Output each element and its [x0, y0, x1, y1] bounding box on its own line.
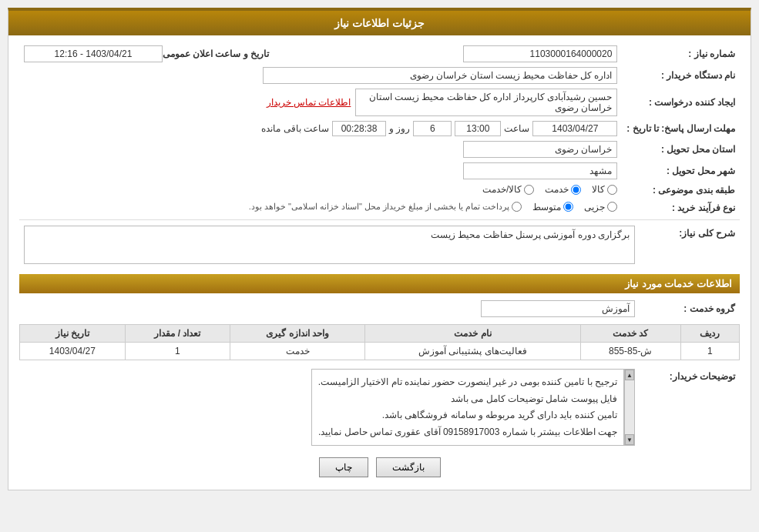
col-header-qty: تعداد / مقدار	[125, 325, 230, 343]
need-number-label: شماره نیاز :	[622, 43, 740, 65]
purchase-type-option-bond[interactable]: پرداخت تمام یا بخشی از مبلغ خریداز محل "…	[249, 202, 522, 212]
creator-label: ایجاد کننده درخواست :	[622, 86, 740, 119]
buyer-org-label: نام دستگاه خریدار :	[622, 65, 740, 86]
creator-name-field: حسین رشیدآبادی کارپرداز اداره کل حفاظت م…	[355, 89, 617, 116]
col-header-code: کد خدمت	[580, 325, 680, 343]
response-time-label: ساعت	[504, 123, 529, 134]
separator-1	[19, 219, 740, 220]
description-table: شرح کلی نیاز: برگزاری دوره آموزشی پرسنل …	[19, 223, 740, 266]
buyer-desc-line-2: فایل پیوست شامل توضیحات کامل می باشد	[318, 391, 617, 408]
category-radio-goods[interactable]	[607, 185, 617, 195]
category-goods-label: کالا	[592, 184, 605, 195]
buyer-desc-cell: ▲ ▼ ترجیح با تامین کننده بومی در غیر این…	[19, 366, 640, 448]
page-title: جزئیات اطلاعات نیاز	[8, 11, 751, 35]
response-day-label: روز و	[389, 123, 410, 134]
buttons-row: بازگشت چاپ	[19, 457, 740, 477]
buyer-org-field: اداره کل حفاظت محیط زیست استان خراسان رض…	[263, 67, 617, 84]
purchase-type-row: جزیی متوسط پرداخت تمام یا بخشی از مبلغ خ…	[19, 199, 622, 217]
col-header-date: تاریخ نیاز	[20, 325, 126, 343]
category-option-goods[interactable]: کالا	[592, 184, 617, 195]
row-name: فعالیت‌های پشتیبانی آموزش	[365, 343, 581, 360]
main-card: جزئیات اطلاعات نیاز شماره نیاز : 1103000…	[8, 8, 751, 490]
services-section-title: اطلاعات خدمات مورد نیاز	[19, 274, 740, 293]
back-button[interactable]: بازگشت	[376, 457, 441, 477]
buyer-desc-label: توضیحات خریدار:	[640, 366, 740, 448]
buyer-desc-content: ترجیح با تامین کننده بومی در غیر اینصورت…	[311, 369, 624, 446]
category-radio-both[interactable]	[524, 185, 534, 195]
response-days-field: 6	[413, 121, 452, 136]
description-label: شرح کلی نیاز:	[640, 223, 740, 266]
category-both-label: کالا/خدمت	[482, 184, 522, 195]
scroll-up[interactable]: ▲	[625, 370, 634, 380]
category-label: طبقه بندی موضوعی :	[622, 182, 740, 199]
response-date-field: 1403/04/27	[532, 121, 617, 136]
category-row: کالا خدمت کالا/خدمت	[19, 182, 622, 199]
buyer-org-value: اداره کل حفاظت محیط زیست استان خراسان رض…	[19, 65, 622, 86]
buyer-desc-line-3: تامین کننده باید دارای گرید مربوطه و سام…	[318, 407, 617, 424]
row-unit: خدمت	[230, 343, 365, 360]
description-cell: برگزاری دوره آموزشی پرسنل حفاظت محیط زیس…	[19, 223, 640, 266]
purchase-type-option-small[interactable]: جزیی	[584, 202, 617, 212]
contact-link[interactable]: اطلاعات تماس خریدار	[267, 97, 351, 108]
response-deadline-label: مهلت ارسال پاسخ: تا تاریخ :	[622, 119, 740, 139]
city-field: مشهد	[463, 162, 617, 179]
services-data-table: ردیف کد خدمت نام خدمت واحد اندازه گیری ت…	[19, 324, 740, 360]
card-body: شماره نیاز : 1103000164000020 تاریخ و سا…	[8, 35, 751, 490]
purchase-type-radio-small[interactable]	[607, 202, 617, 212]
buyer-desc-wrapper: ▲ ▼ ترجیح با تامین کننده بومی در غیر این…	[24, 369, 635, 446]
row-code: ش-85-855	[580, 343, 680, 360]
row-number: 1	[680, 343, 739, 360]
province-value: خراسان رضوی	[19, 139, 622, 160]
category-service-label: خدمت	[545, 184, 569, 195]
service-group-value: آموزش	[19, 298, 640, 320]
need-number-value: 1103000164000020 تاریخ و ساعت اعلان عموم…	[19, 43, 622, 65]
col-header-unit: واحد اندازه گیری	[230, 325, 365, 343]
category-option-service[interactable]: خدمت	[545, 184, 581, 195]
province-field: خراسان رضوی	[463, 141, 617, 158]
col-header-name: نام خدمت	[365, 325, 581, 343]
table-row: 1 ش-85-855 فعالیت‌های پشتیبانی آموزش خدم…	[20, 343, 740, 360]
city-label: شهر محل تحویل :	[622, 160, 740, 182]
service-group-table: گروه خدمت : آموزش	[19, 298, 740, 320]
col-header-row: ردیف	[680, 325, 739, 343]
scroll-down[interactable]: ▼	[625, 434, 634, 445]
creator-row: حسین رشیدآبادی کارپرداز اداره کل حفاظت م…	[19, 86, 622, 119]
print-button[interactable]: چاپ	[319, 457, 368, 477]
description-field: برگزاری دوره آموزشی پرسنل حفاظت محیط زیس…	[24, 226, 635, 264]
info-table-top: شماره نیاز : 1103000164000020 تاریخ و سا…	[19, 43, 740, 216]
purchase-type-radio-bond[interactable]	[512, 202, 522, 212]
buyer-desc-line-1: ترجیح با تامین کننده بومی در غیر اینصورت…	[318, 374, 617, 391]
province-label: استان محل تحویل :	[622, 139, 740, 160]
buyer-desc-table: توضیحات خریدار: ▲ ▼ ترجیح با تامین کننده…	[19, 366, 740, 448]
scrollbar[interactable]: ▲ ▼	[624, 369, 635, 446]
response-time-field: 13:00	[455, 121, 501, 136]
announce-label: تاریخ و ساعت اعلان عمومی :	[169, 49, 269, 59]
remaining-label: ساعت باقی مانده	[261, 123, 329, 134]
buyer-desc-line-4: جهت اطلاعات بیشتر با شماره 09158917003 آ…	[318, 424, 617, 441]
purchase-type-option-medium[interactable]: متوسط	[532, 202, 573, 212]
category-radio-service[interactable]	[571, 185, 581, 195]
row-qty: 1	[125, 343, 230, 360]
announce-value: 1403/04/21 - 12:16	[24, 45, 163, 62]
service-group-label: گروه خدمت :	[640, 298, 740, 320]
need-number-field: 1103000164000020	[463, 45, 617, 62]
purchase-type-medium-label: متوسط	[532, 202, 561, 212]
page-wrapper: جزئیات اطلاعات نیاز شماره نیاز : 1103000…	[0, 0, 759, 532]
purchase-type-label: نوع فرآیند خرید :	[622, 199, 740, 217]
row-date: 1403/04/27	[20, 343, 126, 360]
service-group-field: آموزش	[481, 300, 635, 317]
remaining-time-field: 00:28:38	[332, 121, 386, 136]
category-option-both[interactable]: کالا/خدمت	[482, 184, 534, 195]
response-deadline-row: 1403/04/27 ساعت 13:00 6 روز و 00:28:38 س…	[19, 119, 622, 139]
purchase-type-small-label: جزیی	[584, 202, 605, 212]
purchase-type-bond-label: پرداخت تمام یا بخشی از مبلغ خریداز محل "…	[249, 202, 510, 212]
city-value: مشهد	[19, 160, 622, 182]
purchase-type-radio-medium[interactable]	[563, 202, 573, 212]
